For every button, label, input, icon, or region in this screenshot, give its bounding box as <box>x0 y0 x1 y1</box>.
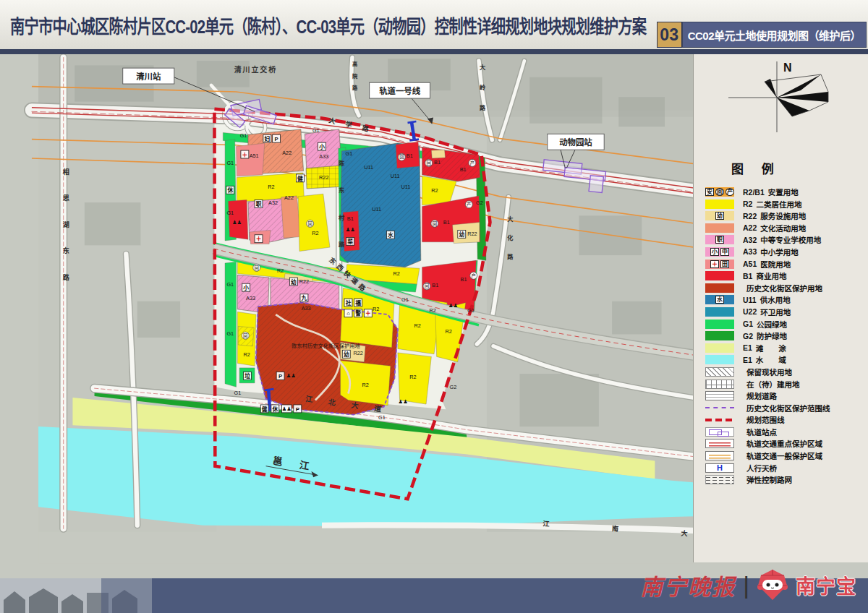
svg-text:回: 回 <box>255 265 259 271</box>
swatch-historic-boundary-line <box>705 407 734 408</box>
legend-panel: N 图 例 安回产R2/B1安置用地 R2二类居住用地 幼R22服务设施用地 A… <box>693 54 868 562</box>
swatch-rail-core-protection <box>705 439 734 448</box>
swatch-u22 <box>705 307 734 317</box>
parcel-label-b1: B1 <box>461 276 467 283</box>
leisure-icon: 休 <box>271 405 279 413</box>
sheet-id-group: 03 CC02单元土地使用规划图（维护后） <box>657 22 867 48</box>
legend-row: H人行天桥 <box>705 463 868 473</box>
vocational-school-icon: 职 <box>255 200 263 207</box>
legend-row: B1商业用地 <box>705 271 868 280</box>
persons-icon: ♟♟ <box>399 398 408 405</box>
legend-row: R2二类居住用地 <box>705 200 868 209</box>
legend-row: 保留现状用地 <box>705 367 868 377</box>
swatch-u11: 水 <box>705 295 734 304</box>
swatch-r2 <box>705 200 734 209</box>
svg-text:产: 产 <box>467 201 471 207</box>
legend-row: 轨道交通一般保护区域 <box>705 451 868 460</box>
svg-text:九: 九 <box>301 294 307 301</box>
parcel-label-g1: G1 <box>234 390 241 396</box>
persons-icon: ♟♟ <box>346 226 355 233</box>
newspaper-logo: 南宁晚报 <box>640 569 736 601</box>
parcel-label-g1: G1 <box>378 414 386 421</box>
chan-circle-icon: 产 <box>470 272 477 279</box>
parcel-label-a33: A33 <box>319 153 328 160</box>
svg-text:＋: ＋ <box>365 310 371 317</box>
legend-row: 职A32中等专业学校用地 <box>705 235 868 244</box>
parcel-label-r2: R2 <box>409 374 416 380</box>
hui-circle-icon: 回 <box>307 220 314 227</box>
legend-row: 安回产R2/B1安置用地 <box>705 187 868 197</box>
sheet-number-badge: 03 <box>657 22 682 48</box>
swatch-a22 <box>705 223 734 233</box>
svg-text:水: 水 <box>388 231 393 239</box>
svg-text:P: P <box>278 373 282 380</box>
hui-circle-icon: 回 <box>242 332 249 339</box>
svg-text:回: 回 <box>399 154 404 160</box>
parcel-label-g1: G1 <box>401 296 409 303</box>
parcel-label-b1: B1 <box>460 166 467 173</box>
parcel-label-r2: R2 <box>431 187 438 194</box>
svg-text:健: 健 <box>297 175 303 182</box>
app-logo: 南宁宝 <box>796 571 856 599</box>
swatch-rail-general-protection <box>705 451 734 460</box>
legend-row: G2防护绿地 <box>705 331 868 340</box>
nine-year-school-icon: 九 <box>300 294 308 302</box>
svg-text:幼: 幼 <box>459 231 464 238</box>
swatch-planning-boundary-line <box>705 419 734 421</box>
parcel-label-a22: A22 <box>282 150 292 156</box>
hospital-cross-icon: ＋ <box>255 235 263 243</box>
parcel-label-b1: B1 <box>407 153 413 159</box>
legend-row: 规划范围线 <box>705 415 868 424</box>
market-icon: 菜 <box>346 237 354 245</box>
swatch-g1 <box>705 320 734 329</box>
svg-text:回: 回 <box>307 221 312 227</box>
svg-text:妇: 妇 <box>264 135 271 142</box>
svg-text:＋: ＋ <box>242 152 248 158</box>
interchange-label: 清川立交桥 <box>234 65 277 74</box>
svg-text:回: 回 <box>243 333 247 339</box>
swatch-resettlement: 安回产 <box>705 187 734 197</box>
north-compass-icon: N <box>723 60 831 136</box>
hui-circle-icon: 回 <box>253 264 260 271</box>
parcel-label-g1: G1 <box>226 281 234 288</box>
parcel-label-g1: G1 <box>312 127 320 134</box>
parcel-label-g1: G1 <box>226 210 234 216</box>
svg-text:P: P <box>296 406 299 413</box>
parcel-label-r2: R2 <box>373 306 379 312</box>
legend-row: A22文化活动用地 <box>705 223 868 233</box>
swatch-keep-existing <box>705 367 734 377</box>
swatch-e1-water <box>705 355 734 364</box>
logo-group: 南宁晚报 | 南宁宝 <box>640 568 856 601</box>
parking-icon: P <box>294 405 302 413</box>
legend-row: 在（待）建用地 <box>705 380 868 389</box>
svg-text:菜: 菜 <box>346 238 353 245</box>
svg-text:休: 休 <box>226 187 233 194</box>
swatch-flexible-road-grid <box>705 475 734 484</box>
persons-icon: ♟♟ <box>286 372 296 379</box>
parcel-label-b1: B1 <box>443 219 450 226</box>
svg-text:幼: 幼 <box>344 351 349 358</box>
title-bar: 南宁市中心城区陈村片区CC-02单元（陈村）、CC-03单元（动物园）控制性详细… <box>0 0 868 49</box>
parcel-label-g1: G1 <box>226 160 234 166</box>
svg-text:♟♟: ♟♟ <box>282 406 292 412</box>
parcel-label-r2: R2 <box>445 328 451 335</box>
parcel-label-a51: A51 <box>250 153 259 159</box>
pavilion-icon: ⌂ <box>344 309 352 317</box>
historic-district-label: 陈东村历史文化街区保护用地 <box>292 343 360 349</box>
svg-text:回: 回 <box>433 221 437 227</box>
legend-row: 历史文化街区保护用地 <box>705 283 868 293</box>
parcel-label-r22: R22 <box>299 278 309 285</box>
police-icon: 警 <box>354 309 362 317</box>
page-title: 南宁市中心城区陈村片区CC-02单元（陈村）、CC-03单元（动物园）控制性详细… <box>10 12 646 38</box>
svg-text:小: 小 <box>242 284 249 291</box>
swatch-footbridge: H <box>705 463 734 473</box>
parcel-label-r22: R22 <box>467 231 477 237</box>
parcel-label-u11: U11 <box>391 173 400 179</box>
parcel-label-r22: R22 <box>319 174 328 181</box>
mascot-icon <box>757 568 788 601</box>
refuse-station-icon: 垃 <box>244 372 252 380</box>
parcel-label-b1: B1 <box>434 159 441 166</box>
parking-icon: P <box>273 134 281 142</box>
parcel-label-a32: A32 <box>268 200 278 206</box>
svg-text:幼: 幼 <box>291 278 297 286</box>
